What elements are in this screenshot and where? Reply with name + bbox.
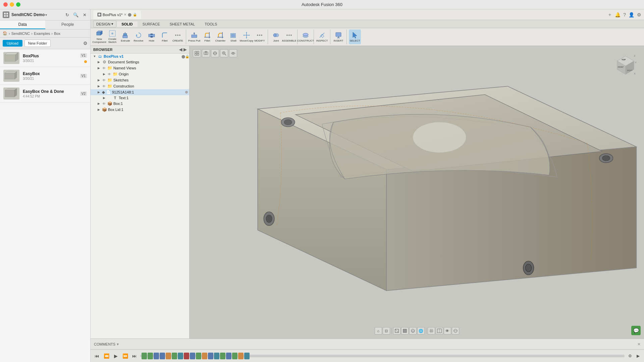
tl-item-14[interactable] [226,353,231,359]
search-icon[interactable]: 🔍 [73,12,79,18]
tree-expand-91251[interactable]: ▶ [96,90,101,94]
tree-eye-sketches[interactable]: 👁 [101,78,107,82]
breadcrumb-home[interactable]: 🏠 [3,31,7,36]
tree-root-pin[interactable]: ⬤ [181,55,185,58]
vpb-orbit-type-btn[interactable] [452,327,459,335]
tl-item-0[interactable] [142,353,147,359]
tree-item-document-settings[interactable]: ▶ ⚙ Document Settings [91,59,189,65]
revolve-btn[interactable]: Revolve [132,29,145,44]
tree-expand-boxlid1[interactable]: ▶ [96,108,101,111]
tl-item-3[interactable] [160,353,165,359]
create-sketch-btn[interactable]: CreateSketch [106,29,118,44]
timeline-play-btn[interactable]: ▶ [112,352,119,360]
tree-eye-construction[interactable]: 👁 [101,84,107,88]
new-tab-icon[interactable]: ＋ [607,12,612,18]
tl-item-17[interactable] [244,353,250,359]
chamfer-btn[interactable]: Chamfer [214,29,226,44]
joint-btn[interactable]: Joint [270,29,282,44]
settings-tab-icon[interactable]: ⚙ [637,12,641,17]
tl-item-11[interactable] [208,353,213,359]
assemble-more-btn[interactable]: ASSEMBLE [283,29,295,44]
close-icon[interactable]: ✕ [82,12,88,18]
toolbar-tab-tools[interactable]: TOOLS [200,21,222,27]
close-button[interactable] [3,2,8,7]
tl-item-8[interactable] [190,353,195,359]
tl-item-12[interactable] [214,353,219,359]
tree-root[interactable]: ▼ 🗂 BoxPlus v1 ⬤ 🔒 [91,54,189,59]
extrude-btn[interactable]: Extrude [119,29,131,44]
move-btn[interactable]: Move/Copy [240,29,253,44]
browser-collapse-icon[interactable]: ◀ [179,47,182,52]
hole-btn[interactable]: Hole [146,29,158,44]
timeline-collapse-btn[interactable]: ▶ [635,353,641,359]
tree-item-boxlid1[interactable]: ▶ 📦 Box Lid:1 [91,107,189,113]
timeline-start-btn[interactable]: ⏮ [93,352,101,360]
design-dropdown[interactable]: DESIGN ▾ [93,20,116,27]
vpb-home-btn[interactable]: ⌂ [375,327,382,335]
tree-item-box1[interactable]: ▶ 👁 📦 Box:1 [91,101,189,107]
vpb-visible-btn[interactable]: 👁 [444,327,451,335]
comments-close-icon[interactable]: ✕ [637,342,641,347]
tl-item-9[interactable] [196,353,201,359]
account-icon[interactable]: 👤 [629,12,634,17]
tree-root-expand[interactable]: ▼ [92,55,97,58]
tl-item-16[interactable] [238,353,244,359]
tl-item-10[interactable] [202,353,207,359]
vpb-environment-btn[interactable]: 🌐 [417,327,425,335]
maximize-button[interactable] [16,2,20,7]
tree-eye-origin[interactable]: 👁 [107,72,112,76]
vpb-wireframe-btn[interactable] [393,327,400,335]
more-create-btn[interactable]: CREATE [172,29,184,44]
tl-item-7[interactable] [184,353,189,359]
vpb-appearance-btn[interactable] [409,327,417,335]
navigation-cube[interactable]: TOP FRONT RIGHT Z Y X [614,53,637,76]
vpb-section-btn[interactable] [436,327,443,335]
timeline-prev-btn[interactable]: ⏪ [103,352,110,360]
tree-expand-text1[interactable]: ▶ [101,96,107,100]
measure-btn[interactable]: INSPECT [316,29,328,44]
comments-collapse-icon[interactable]: ▾ [117,342,119,347]
tree-expand-origin[interactable]: ▶ [101,72,107,76]
vpt-look-at-btn[interactable] [229,49,237,57]
notification-icon[interactable]: 🔔 [615,12,621,17]
tree-expand-construction[interactable]: ▶ [96,84,101,88]
tl-item-15[interactable] [232,353,237,359]
tl-item-5[interactable] [172,353,177,359]
settings-icon[interactable]: ⚙ [83,41,88,46]
browser-expand-icon[interactable]: ▶ [183,47,186,52]
vpb-grid-display-btn[interactable] [428,327,435,335]
chat-icon[interactable]: 💬 [631,326,641,335]
tree-item-origin[interactable]: ▶ 👁 📁 Origin [91,71,189,77]
offset-plane-btn[interactable]: CONSTRUCT [300,29,312,44]
tl-item-4[interactable] [166,353,171,359]
tab-data[interactable]: Data [0,20,45,29]
select-btn[interactable]: SELECT [349,29,361,44]
vpb-shaded-btn[interactable] [401,327,409,335]
vpt-orbit-btn[interactable] [211,49,219,57]
vpt-zoom-btn[interactable] [220,49,228,57]
tree-eye-box1[interactable]: 👁 [101,102,107,106]
fillet-btn[interactable]: Fillet [159,29,171,44]
tree-expand-doc-settings[interactable]: ▶ [96,60,101,64]
tl-item-2[interactable] [154,353,159,359]
tree-root-lock[interactable]: 🔒 [185,55,189,58]
tree-item-construction[interactable]: ▶ 👁 📁 Construction [91,83,189,89]
doc-tab-lock[interactable]: 🔒 [133,13,137,16]
vpt-camera-btn[interactable] [202,49,210,57]
viewport[interactable]: TOP FRONT RIGHT Z Y X [190,46,644,339]
tree-item-text1[interactable]: ▶ T Text:1 [91,95,189,101]
app-dropdown-arrow[interactable]: ▾ [45,13,47,17]
toolbar-tab-sheet-metal[interactable]: SHEET METAL [165,21,200,27]
tree-expand-box1[interactable]: ▶ [96,102,101,105]
doc-tab-pin[interactable]: ⬤ [128,13,131,16]
vpb-fit-btn[interactable]: ⊡ [383,327,390,335]
toolbar-tab-solid[interactable]: SOLID [117,21,138,27]
tree-expand-sketches[interactable]: ▶ [96,78,101,82]
tl-item-1[interactable] [148,353,153,359]
tree-item-named-views[interactable]: ▶ 👁 📁 Named Views [91,65,189,71]
toolbar-tab-surface[interactable]: SURFACE [138,21,165,27]
help-icon[interactable]: ? [623,12,626,17]
new-folder-button[interactable]: New Folder [24,40,51,47]
tab-people[interactable]: People [45,20,91,29]
doc-tab-boxplus[interactable]: 🔲 BoxPlus v1* ✕ ⬤ 🔒 [93,10,141,19]
